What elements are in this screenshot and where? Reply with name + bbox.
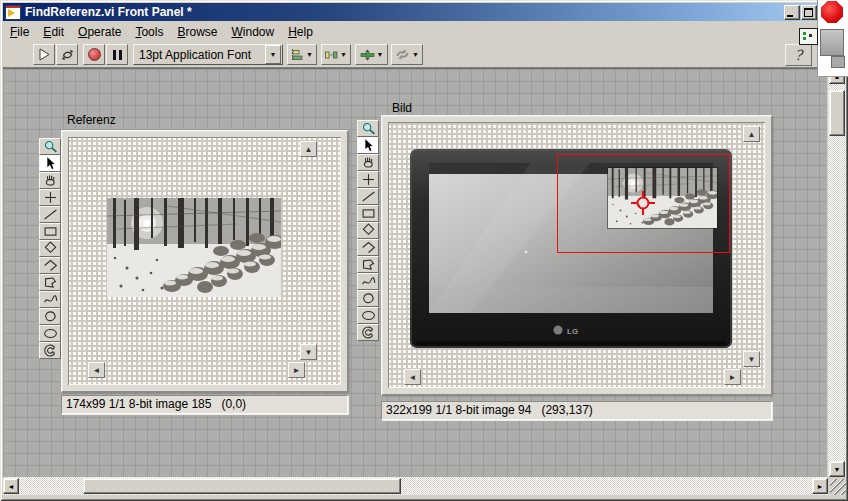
referenz-tool-palette bbox=[39, 138, 63, 359]
toolbar: 13pt Application Font ▼ ▼ ▼ bbox=[3, 42, 825, 68]
help-button[interactable]: ? bbox=[785, 44, 812, 66]
bild-label: Bild bbox=[392, 101, 412, 115]
menu-file[interactable]: File bbox=[3, 23, 36, 41]
menu-tools[interactable]: Tools bbox=[128, 23, 170, 41]
referenz-image-display: ▲ ▼ ◄ ► bbox=[61, 130, 348, 392]
pan-tool-button[interactable] bbox=[357, 154, 379, 171]
polyline-tool-button[interactable] bbox=[39, 257, 61, 274]
minimize-button[interactable] bbox=[784, 5, 800, 20]
font-selector[interactable]: 13pt Application Font ▼ bbox=[133, 44, 283, 65]
distribute-objects-icon bbox=[325, 49, 338, 61]
chevron-down-icon: ▼ bbox=[377, 51, 384, 58]
zoom-tool-button[interactable] bbox=[357, 120, 379, 137]
vertical-scroll-thumb[interactable] bbox=[829, 90, 845, 136]
referenz-image bbox=[107, 198, 281, 297]
run-icon bbox=[37, 47, 52, 62]
run-continuously-button[interactable] bbox=[56, 44, 78, 65]
referenz-viewport[interactable]: ▲ ▼ ◄ ► bbox=[68, 137, 341, 385]
labview-front-panel-window: FindReferenz.vi Front Panel * FileEditOp… bbox=[0, 0, 848, 501]
align-objects-icon bbox=[291, 49, 304, 61]
bild-tool-palette bbox=[357, 120, 381, 341]
recorder-mini-window-icon bbox=[799, 28, 818, 45]
freehand-line-tool-button[interactable] bbox=[357, 273, 379, 290]
selection-tool-button[interactable] bbox=[357, 137, 379, 154]
abort-button[interactable] bbox=[83, 44, 105, 65]
zoom-tool-button[interactable] bbox=[39, 138, 61, 155]
scroll-left-button[interactable]: ◄ bbox=[404, 369, 421, 385]
scroll-down-button[interactable]: ▼ bbox=[829, 461, 845, 477]
horizontal-scroll-thumb[interactable] bbox=[83, 478, 401, 494]
freehand-region-tool-button[interactable] bbox=[357, 290, 379, 307]
chevron-down-icon: ▼ bbox=[340, 51, 347, 58]
font-selector-value: 13pt Application Font bbox=[134, 48, 265, 62]
annulus-tool-button[interactable] bbox=[357, 324, 379, 341]
recorder-stop-button[interactable] bbox=[820, 29, 844, 56]
scroll-up-button[interactable]: ▲ bbox=[743, 126, 760, 142]
window-horizontal-scrollbar[interactable]: ◄ ► bbox=[3, 477, 828, 495]
freehand-line-tool-button[interactable] bbox=[39, 291, 61, 308]
scroll-down-button[interactable]: ▼ bbox=[300, 344, 317, 360]
oval-tool-button[interactable] bbox=[39, 325, 61, 342]
point-tool-button[interactable] bbox=[39, 189, 61, 206]
menu-window[interactable]: Window bbox=[224, 23, 281, 41]
rotated-rect-tool-button[interactable] bbox=[39, 240, 61, 257]
menu-edit[interactable]: Edit bbox=[36, 23, 71, 41]
tv-brand-text: LG bbox=[567, 327, 578, 336]
pause-icon bbox=[113, 50, 116, 60]
polygon-tool-button[interactable] bbox=[39, 274, 61, 291]
resize-objects-icon bbox=[360, 49, 375, 61]
oval-tool-button[interactable] bbox=[357, 307, 379, 324]
chevron-down-icon[interactable]: ▼ bbox=[265, 45, 281, 64]
abort-icon bbox=[88, 48, 101, 61]
window-title: FindReferenz.vi Front Panel * bbox=[25, 5, 783, 19]
run-button[interactable] bbox=[33, 44, 55, 65]
scroll-up-button[interactable]: ▲ bbox=[300, 141, 317, 157]
recorder-secondary-button[interactable] bbox=[831, 56, 845, 68]
referenz-label: Referenz bbox=[67, 113, 116, 127]
pan-tool-button[interactable] bbox=[39, 172, 61, 189]
point-tool-button[interactable] bbox=[357, 171, 379, 188]
rectangle-tool-button[interactable] bbox=[357, 205, 379, 222]
bild-viewport[interactable]: LG ▲ ▼ bbox=[388, 122, 765, 388]
menu-help[interactable]: Help bbox=[281, 23, 320, 41]
line-tool-button[interactable] bbox=[39, 206, 61, 223]
bild-image-display: LG ▲ ▼ bbox=[381, 115, 772, 395]
resize-objects-button[interactable]: ▼ bbox=[355, 44, 388, 65]
title-bar[interactable]: FindReferenz.vi Front Panel * bbox=[3, 3, 819, 21]
distribute-objects-button[interactable]: ▼ bbox=[321, 44, 351, 65]
selection-tool-button[interactable] bbox=[39, 155, 61, 172]
chevron-down-icon: ▼ bbox=[306, 51, 313, 58]
scroll-down-button[interactable]: ▼ bbox=[743, 351, 760, 367]
labview-app-icon bbox=[5, 5, 21, 20]
scroll-right-button[interactable]: ► bbox=[724, 369, 741, 385]
bild-status-bar: 322x199 1/1 8-bit image 94 (293,137) bbox=[381, 401, 772, 420]
polygon-tool-button[interactable] bbox=[357, 256, 379, 273]
pause-button[interactable] bbox=[106, 44, 128, 65]
menu-operate[interactable]: Operate bbox=[71, 23, 128, 41]
rotated-rect-tool-button[interactable] bbox=[357, 222, 379, 239]
rectangle-tool-button[interactable] bbox=[39, 223, 61, 240]
line-tool-button[interactable] bbox=[357, 188, 379, 205]
window-resize-grip[interactable] bbox=[828, 477, 846, 495]
front-panel-workspace: Referenz ▲ ▼ ◄ ► 174x99 1/1 8-bit image … bbox=[3, 68, 827, 478]
polyline-tool-button[interactable] bbox=[357, 239, 379, 256]
chevron-down-icon: ▼ bbox=[412, 51, 419, 58]
window-vertical-scrollbar[interactable]: ▲ ▼ bbox=[828, 68, 846, 477]
scroll-left-button[interactable]: ◄ bbox=[3, 478, 19, 494]
menu-bar: FileEditOperateToolsBrowseWindowHelp bbox=[3, 22, 819, 42]
run-continuously-icon bbox=[60, 48, 75, 62]
reorder-icon bbox=[395, 48, 410, 61]
scroll-right-button[interactable]: ► bbox=[812, 478, 828, 494]
menu-browse[interactable]: Browse bbox=[170, 23, 224, 41]
scroll-left-button[interactable]: ◄ bbox=[88, 362, 105, 378]
annulus-tool-button[interactable] bbox=[39, 342, 61, 359]
maximize-button[interactable] bbox=[801, 5, 817, 20]
align-objects-button[interactable]: ▼ bbox=[287, 44, 317, 65]
reorder-button[interactable]: ▼ bbox=[391, 44, 423, 65]
scroll-right-button[interactable]: ► bbox=[288, 362, 305, 378]
freehand-region-tool-button[interactable] bbox=[39, 308, 61, 325]
match-crosshair-icon bbox=[628, 188, 658, 218]
referenz-status-bar: 174x99 1/1 8-bit image 185 (0,0) bbox=[61, 395, 348, 414]
